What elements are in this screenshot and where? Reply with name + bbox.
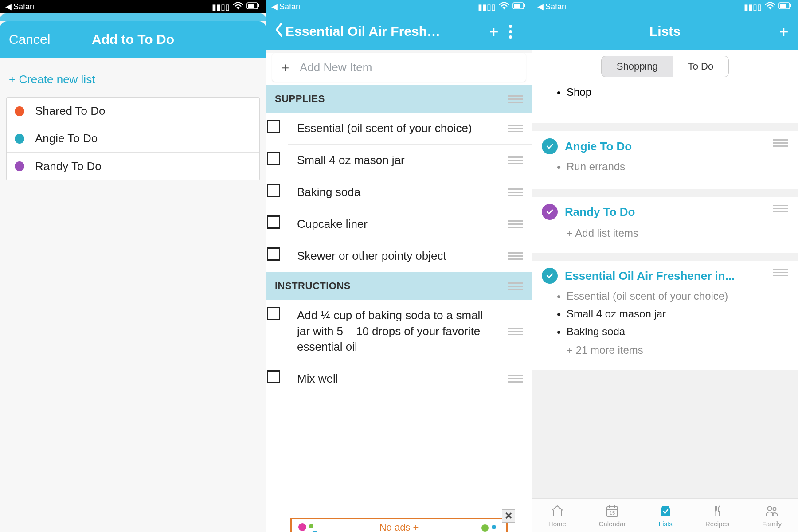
drag-handle-icon[interactable] [773, 139, 788, 147]
item-text: Small 4 oz mason jar [297, 153, 508, 168]
svg-rect-21 [780, 4, 786, 8]
chevron-left-icon: ◀ [537, 2, 544, 12]
lists-header: Lists ＋ [532, 13, 798, 50]
check-badge-icon [542, 204, 558, 220]
checklist-item[interactable]: Add ¼ cup of baking soda to a small jar … [288, 300, 532, 363]
checkbox[interactable] [267, 120, 280, 133]
checkbox[interactable] [267, 370, 280, 383]
list-options: Shared To Do Angie To Do Randy To Do [6, 97, 260, 180]
lists-body: Shopping To Do Shop Angie To Do Run erra… [532, 50, 798, 532]
battery-icon [512, 2, 526, 12]
add-item-input[interactable]: ＋ Add New Item [272, 53, 526, 82]
item-text: Essential (oil scent of your choice) [297, 121, 508, 136]
plus-icon: ＋ [278, 59, 292, 77]
back-to-safari[interactable]: ◀ Safari [271, 2, 300, 12]
list-item[interactable]: Shop [567, 83, 788, 101]
tab-lists[interactable]: Lists [658, 503, 673, 528]
create-new-list-button[interactable]: + Create new list [0, 66, 266, 93]
seg-shopping[interactable]: Shopping [602, 56, 673, 77]
svg-rect-2 [248, 4, 254, 8]
svg-point-8 [298, 523, 306, 531]
drag-handle-icon[interactable] [508, 95, 523, 103]
checkbox[interactable] [267, 152, 280, 165]
orphan-list-card[interactable]: Shop [532, 82, 798, 123]
checkbox[interactable] [267, 184, 280, 197]
list-option-label: Randy To Do [35, 160, 102, 173]
drag-handle-icon[interactable] [508, 156, 523, 164]
battery-icon [778, 2, 792, 12]
checkbox[interactable] [267, 307, 280, 320]
check-badge-icon [542, 138, 558, 154]
signal-icon: ▮▮▯▯ [744, 2, 762, 12]
more-icon[interactable] [509, 25, 527, 39]
tab-label: Lists [658, 520, 673, 528]
list-card[interactable]: Angie To Do Run errands [532, 131, 798, 189]
drag-handle-icon[interactable] [773, 269, 788, 276]
seg-todo[interactable]: To Do [673, 56, 728, 77]
status-bar: ◀ Safari ▮▮▯▯ [0, 0, 266, 13]
item-text: Cupcake liner [297, 216, 508, 232]
color-dot-icon [15, 134, 24, 144]
checklist-item[interactable]: Cupcake liner [288, 208, 532, 240]
lists-icon [658, 503, 673, 518]
check-badge-icon [542, 268, 558, 284]
back-to-safari[interactable]: ◀ Safari [5, 2, 34, 12]
list-option[interactable]: Randy To Do [7, 153, 259, 180]
list-option[interactable]: Shared To Do [7, 98, 259, 125]
drag-handle-icon[interactable] [508, 252, 523, 260]
item-text: Skewer or other pointy object [297, 248, 508, 264]
list-option[interactable]: Angie To Do [7, 125, 259, 153]
safari-label: Safari [13, 2, 34, 12]
back-to-safari[interactable]: ◀ Safari [537, 2, 566, 12]
checkbox[interactable] [267, 215, 280, 229]
list-item[interactable]: Baking soda [567, 323, 788, 340]
list-option-label: Shared To Do [35, 104, 106, 118]
segmented-control[interactable]: Shopping To Do [601, 56, 729, 77]
ad-banner[interactable]: ✕ No ads + premium features = cozi gold [290, 518, 508, 532]
drag-handle-icon[interactable] [508, 282, 523, 290]
home-icon [548, 503, 566, 518]
ad-banner-area: ✕ No ads + premium features = cozi gold [266, 515, 532, 532]
add-icon[interactable]: ＋ [485, 21, 503, 42]
card-title: Randy To Do [565, 205, 635, 219]
add-items-hint[interactable]: + Add list items [542, 223, 788, 239]
tab-label: Family [762, 520, 782, 528]
chevron-left-icon: ◀ [271, 2, 278, 12]
checklist-item[interactable]: Small 4 oz mason jar [288, 145, 532, 176]
drag-handle-icon[interactable] [508, 125, 523, 132]
tab-label: Home [548, 520, 566, 528]
drag-handle-icon[interactable] [773, 205, 788, 212]
tab-home[interactable]: Home [548, 503, 566, 528]
drag-handle-icon[interactable] [508, 328, 523, 335]
card-title: Essential Oil Air Freshener in... [565, 269, 735, 283]
list-option-label: Angie To Do [35, 132, 98, 145]
tab-calendar[interactable]: 15 Calendar [599, 503, 626, 528]
svg-point-25 [767, 507, 771, 511]
more-items-hint[interactable]: + 21 more items [542, 340, 788, 356]
checklist-item[interactable]: Baking soda [288, 176, 532, 208]
section-title: SUPPLIES [275, 93, 325, 105]
tab-recipes[interactable]: Recipes [705, 503, 729, 528]
drag-handle-icon[interactable] [508, 375, 523, 383]
list-card[interactable]: Essential Oil Air Freshener in... Essent… [532, 261, 798, 370]
list-item[interactable]: Small 4 oz mason jar [567, 305, 788, 323]
tab-family[interactable]: Family [762, 503, 782, 528]
cancel-button[interactable]: Cancel [9, 32, 50, 47]
signal-icon: ▮▮▯▯ [478, 2, 496, 12]
checklist-item[interactable]: Skewer or other pointy object [288, 240, 532, 272]
drag-handle-icon[interactable] [508, 188, 523, 196]
status-icons: ▮▮▯▯ [212, 2, 260, 12]
checkbox[interactable] [267, 247, 280, 261]
list-item[interactable]: Run errands [567, 158, 788, 176]
drag-handle-icon[interactable] [508, 220, 523, 228]
recipes-icon [705, 503, 729, 518]
list-card[interactable]: Randy To Do + Add list items [532, 197, 798, 253]
list-item[interactable]: Essential (oil scent of your choice) [567, 287, 788, 305]
ad-close-icon[interactable]: ✕ [502, 509, 515, 523]
back-button[interactable] [275, 22, 284, 41]
add-icon[interactable]: ＋ [775, 21, 793, 42]
checklist-item[interactable]: Mix well [288, 363, 532, 395]
card-title: Angie To Do [565, 140, 632, 153]
svg-point-19 [770, 8, 771, 9]
checklist-item[interactable]: Essential (oil scent of your choice) [288, 113, 532, 145]
